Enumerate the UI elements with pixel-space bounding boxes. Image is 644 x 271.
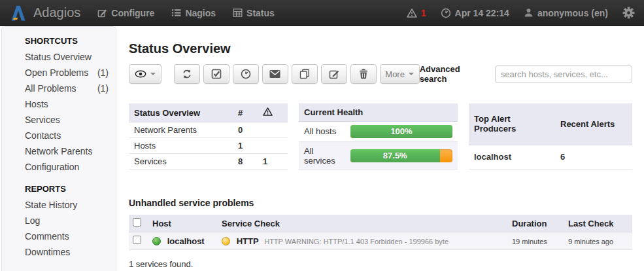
schedule-downtime-button[interactable]: [233, 64, 259, 84]
acknowledge-button[interactable]: [203, 64, 229, 84]
user-icon: [524, 8, 534, 18]
sidebar-section-reports: REPORTS: [25, 181, 116, 197]
clock-icon: [241, 69, 251, 79]
progress-bar-fill: 100%: [350, 125, 452, 138]
status-panel-title: Status Overview: [129, 103, 233, 122]
navbar-right: 1 Apr 14 22:14 anonymous (en): [407, 7, 635, 19]
host-link[interactable]: localhost: [167, 236, 205, 246]
copy-icon: [299, 69, 310, 79]
alert-count-badge: 1: [421, 8, 426, 18]
more-button-label: More: [385, 69, 405, 79]
table-row: All services 87.5%: [299, 142, 458, 170]
notification-button[interactable]: [262, 64, 288, 84]
nav-configure-label: Configure: [111, 8, 154, 18]
check-square-icon: [211, 69, 222, 79]
unhandled-problems-title: Unhandled service problems: [129, 198, 632, 208]
clock-icon: [441, 8, 451, 18]
nav-nagios[interactable]: Nagios: [171, 8, 216, 18]
top-alert-producers-panel: Top Alert Producers Recent Alerts localh…: [469, 103, 632, 170]
problems-table: Host Service Check Duration Last Check l…: [129, 215, 632, 250]
table-row[interactable]: Network Parents 0: [129, 122, 288, 138]
warning-triangle-icon: [263, 107, 273, 117]
hosts-health-progressbar: 100%: [350, 125, 452, 138]
sidebar-item-log[interactable]: Log: [25, 213, 109, 228]
adagios-logo-icon[interactable]: [9, 4, 27, 22]
nav-user[interactable]: anonymous (en): [524, 8, 608, 18]
recent-alerts-column-header: Recent Alerts: [555, 103, 632, 145]
edit-button[interactable]: [321, 64, 347, 84]
edit-icon: [97, 8, 107, 18]
nav-alerts[interactable]: 1: [407, 8, 426, 18]
main-content: Status Overview: [116, 26, 644, 271]
toolbar: More Advanced search: [129, 64, 632, 84]
search-input[interactable]: [495, 65, 632, 83]
count-column-header: #: [233, 103, 258, 122]
trash-icon: [359, 69, 368, 79]
sidebar-item-state-history[interactable]: State History: [25, 197, 109, 213]
list-icon: [171, 8, 181, 18]
problem-row[interactable]: localhost HTTP HTTP WARNING: HTTP/1.1 40…: [129, 232, 632, 250]
progress-bar-fill: 87.5%: [350, 149, 440, 162]
sidebar-item-contacts[interactable]: Contacts: [25, 128, 109, 143]
eye-icon: [135, 69, 146, 79]
settings-gear-button[interactable]: [622, 7, 635, 19]
producers-column-header: Top Alert Producers: [469, 103, 555, 145]
sidebar-item-hosts[interactable]: Hosts: [25, 96, 109, 112]
envelope-icon: [269, 69, 280, 79]
sidebar-item-network-parents[interactable]: Network Parents: [25, 143, 109, 159]
item-count: (1): [97, 81, 109, 96]
nav-configure[interactable]: Configure: [97, 8, 154, 18]
page-title: Status Overview: [129, 41, 632, 56]
item-count: (1): [97, 65, 109, 81]
gear-icon: [622, 7, 635, 19]
host-column-header: Host: [148, 215, 218, 232]
row-checkbox[interactable]: [133, 236, 141, 244]
delete-button[interactable]: [350, 64, 377, 84]
unhandled-problems-section: Unhandled service problems Host Service …: [129, 198, 632, 269]
top-navbar: Adagios Configure Nagios Sta: [0, 0, 644, 26]
edit-square-icon: [329, 69, 339, 79]
refresh-button[interactable]: [174, 64, 200, 84]
host-status-ok-icon: [152, 237, 161, 245]
results-count-text: 1 services found.: [129, 259, 632, 269]
view-options-button[interactable]: [129, 64, 161, 84]
more-button[interactable]: More: [380, 64, 420, 84]
select-all-checkbox[interactable]: [133, 218, 141, 226]
sidebar-item-comments[interactable]: Comments: [25, 228, 109, 244]
nav-nagios-label: Nagios: [185, 8, 216, 18]
service-column-header: Service Check: [218, 215, 508, 232]
current-health-panel: Current Health All hosts 100% All servic…: [299, 103, 458, 170]
refresh-icon: [182, 69, 192, 79]
table-row: All hosts 100%: [299, 121, 458, 141]
brand-name[interactable]: Adagios: [33, 5, 80, 20]
caret-down-icon: [150, 73, 156, 75]
services-health-progressbar: 87.5%: [350, 149, 452, 162]
table-row[interactable]: Hosts 1: [129, 138, 288, 154]
service-status-warning-icon: [222, 237, 230, 245]
caret-down-icon: [409, 73, 414, 75]
table-icon: [233, 8, 243, 18]
status-overview-panel: Status Overview # Network Parents 0: [129, 103, 288, 170]
service-link[interactable]: HTTP: [237, 236, 259, 246]
sidebar-item-downtimes[interactable]: Downtimes: [25, 244, 109, 260]
warning-triangle-icon: [407, 8, 417, 18]
duration-value: 19 minutes: [512, 238, 547, 245]
nav-status-label: Status: [246, 8, 275, 18]
nav-status[interactable]: Status: [233, 8, 275, 18]
sidebar-item-services[interactable]: Services: [25, 112, 109, 128]
last-check-value: 9 minutes ago: [568, 238, 613, 245]
copy-button[interactable]: [292, 64, 318, 84]
last-check-column-header: Last Check: [564, 215, 632, 232]
nav-datetime[interactable]: Apr 14 22:14: [441, 8, 509, 18]
table-row[interactable]: localhost 6: [469, 145, 632, 169]
warning-column-header: [258, 103, 288, 122]
nav-user-label: anonymous (en): [537, 8, 608, 18]
sidebar-item-configuration[interactable]: Configuration: [25, 159, 109, 175]
sidebar-item-status-overview[interactable]: Status Overview: [25, 49, 109, 65]
sidebar-item-all-problems[interactable]: All Problems (1): [25, 81, 109, 96]
service-status-text: HTTP WARNING: HTTP/1.1 403 Forbidden - 1…: [264, 238, 449, 245]
table-row[interactable]: Services 8 1: [129, 154, 288, 170]
duration-column-header: Duration: [508, 215, 564, 232]
current-health-title: Current Health: [299, 103, 458, 121]
sidebar-item-open-problems[interactable]: Open Problems (1): [25, 65, 109, 81]
